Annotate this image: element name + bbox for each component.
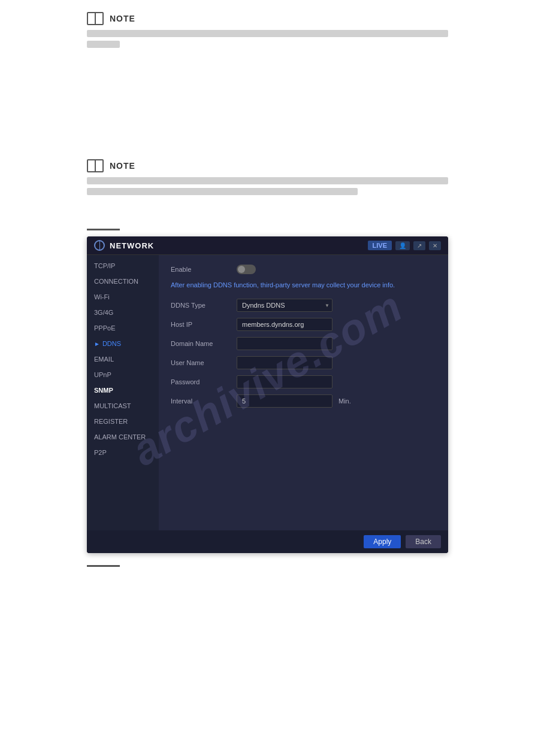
- sidebar-label-p2p: P2P: [94, 449, 107, 456]
- spacer-4: [0, 205, 535, 223]
- note-line-2-2: [87, 188, 358, 195]
- enable-label: Enable: [171, 266, 231, 273]
- spacer-1: [0, 57, 535, 87]
- password-label: Password: [171, 378, 231, 385]
- sidebar-label-email: EMAIL: [94, 356, 114, 363]
- note-section-2: NOTE: [0, 147, 535, 205]
- sidebar-item-register[interactable]: REGISTER: [87, 414, 159, 429]
- note-title-1: NOTE: [110, 14, 135, 23]
- sidebar-item-alarmcenter[interactable]: ALARM CENTER: [87, 429, 159, 445]
- ddns-type-label: DDNS Type: [171, 302, 231, 309]
- network-title: NETWORK: [110, 241, 154, 250]
- network-sidebar: TCP/IP CONNECTION Wi-Fi 3G/4G PPPoE ► DD…: [87, 255, 159, 530]
- sidebar-item-wifi[interactable]: Wi-Fi: [87, 289, 159, 305]
- password-row: Password: [171, 375, 436, 388]
- ddns-type-row: DDNS Type Dyndns DDNS ▼: [171, 299, 436, 312]
- underline-2: [87, 565, 120, 567]
- spacer-2: [0, 87, 535, 117]
- expand-button[interactable]: ↗: [413, 241, 425, 250]
- sidebar-item-email[interactable]: EMAIL: [87, 351, 159, 367]
- interval-label: Interval: [171, 397, 231, 405]
- sidebar-label-alarmcenter: ALARM CENTER: [94, 433, 146, 441]
- note-line-1-1: [87, 30, 448, 37]
- sidebar-label-connection: CONNECTION: [94, 278, 138, 285]
- back-button[interactable]: Back: [406, 535, 441, 548]
- user-name-input[interactable]: [237, 356, 333, 369]
- sidebar-label-pppoe: PPPoE: [94, 324, 115, 332]
- sidebar-item-snmp[interactable]: SNMP: [87, 382, 159, 398]
- note-line-1-2: [87, 41, 120, 48]
- domain-name-row: Domain Name: [171, 337, 436, 350]
- close-button[interactable]: ✕: [429, 241, 441, 250]
- host-ip-row: Host IP: [171, 318, 436, 331]
- sidebar-label-register: REGISTER: [94, 418, 128, 425]
- network-footer: Apply Back: [87, 530, 448, 553]
- note-header-1: NOTE: [87, 12, 448, 25]
- live-button[interactable]: LIVE: [368, 241, 392, 250]
- network-topbar: NETWORK LIVE 👤 ↗ ✕: [87, 236, 448, 255]
- sidebar-item-upnp[interactable]: UPnP: [87, 367, 159, 382]
- topbar-left: NETWORK: [94, 240, 154, 251]
- user-name-row: User Name: [171, 356, 436, 369]
- sidebar-item-3g4g[interactable]: 3G/4G: [87, 305, 159, 320]
- sidebar-arrow-icon: ►: [94, 341, 100, 347]
- spacer-3: [0, 117, 535, 147]
- sidebar-item-multicast[interactable]: MULTICAST: [87, 398, 159, 414]
- network-main-content: Enable After enabling DDNS function, thi…: [159, 255, 448, 530]
- network-body: TCP/IP CONNECTION Wi-Fi 3G/4G PPPoE ► DD…: [87, 255, 448, 530]
- interval-row: Interval Min.: [171, 394, 436, 408]
- sidebar-label-snmp: SNMP: [94, 387, 113, 394]
- ddns-type-select-wrapper: Dyndns DDNS ▼: [237, 299, 333, 312]
- sidebar-label-tcpip: TCP/IP: [94, 262, 115, 269]
- user-name-label: User Name: [171, 359, 231, 366]
- enable-toggle[interactable]: [237, 265, 256, 274]
- network-ui: NETWORK LIVE 👤 ↗ ✕ TCP/IP CONNECTION Wi-…: [87, 236, 448, 553]
- topbar-right: LIVE 👤 ↗ ✕: [368, 241, 441, 250]
- host-ip-label: Host IP: [171, 321, 231, 328]
- sidebar-label-multicast: MULTICAST: [94, 402, 131, 409]
- globe-icon: [94, 240, 105, 251]
- sidebar-label-wifi: Wi-Fi: [94, 293, 110, 300]
- underline-1: [87, 229, 120, 230]
- interval-unit: Min.: [338, 397, 351, 405]
- sidebar-item-connection[interactable]: CONNECTION: [87, 274, 159, 289]
- ddns-info-text: After enabling DDNS function, third-part…: [171, 280, 436, 290]
- password-input[interactable]: [237, 375, 333, 388]
- sidebar-item-p2p[interactable]: P2P: [87, 445, 159, 460]
- note-header-2: NOTE: [87, 159, 448, 172]
- sidebar-item-pppoe[interactable]: PPPoE: [87, 320, 159, 336]
- domain-name-input[interactable]: [237, 337, 333, 350]
- host-ip-input[interactable]: [237, 318, 333, 331]
- user-button[interactable]: 👤: [395, 241, 410, 250]
- ddns-type-select[interactable]: Dyndns DDNS: [237, 299, 333, 312]
- sidebar-item-tcpip[interactable]: TCP/IP: [87, 258, 159, 274]
- book-icon-2: [87, 159, 104, 172]
- book-icon-1: [87, 12, 104, 25]
- note-title-2: NOTE: [110, 161, 135, 171]
- note-line-2-1: [87, 177, 448, 184]
- sidebar-label-ddns: DDNS: [102, 340, 121, 347]
- domain-name-label: Domain Name: [171, 340, 231, 347]
- sidebar-label-3g4g: 3G/4G: [94, 309, 113, 316]
- interval-input[interactable]: [237, 394, 333, 408]
- note-section-1: NOTE: [0, 0, 535, 57]
- enable-row: Enable: [171, 265, 436, 274]
- sidebar-label-upnp: UPnP: [94, 371, 111, 378]
- sidebar-item-ddns[interactable]: ► DDNS: [87, 336, 159, 351]
- apply-button[interactable]: Apply: [364, 535, 401, 548]
